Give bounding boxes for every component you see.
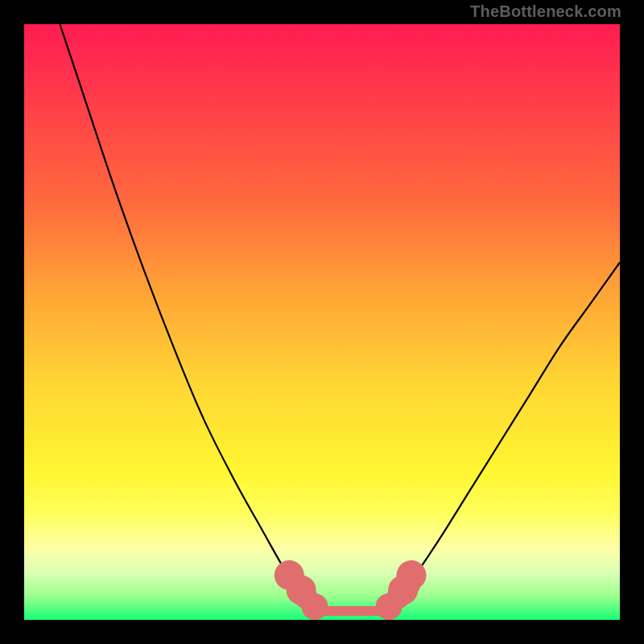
curve-right [387, 262, 620, 608]
outer-frame: TheBottleneck.com [0, 0, 644, 644]
marker-dot [302, 593, 328, 620]
chart-svg [24, 24, 620, 620]
marker-dot [396, 560, 426, 590]
watermark-text: TheBottleneck.com [470, 2, 621, 21]
curve-left [60, 24, 316, 608]
plot-area [24, 24, 620, 620]
